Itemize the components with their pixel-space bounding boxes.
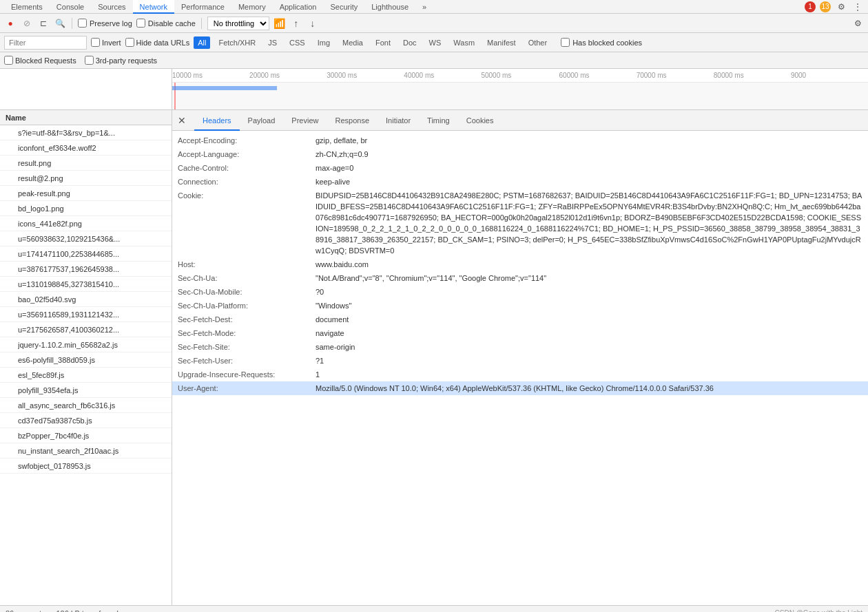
detail-tab-payload[interactable]: Payload: [240, 110, 284, 131]
name-row[interactable]: bao_02f5d40.svg: [0, 292, 172, 307]
name-row[interactable]: u=3569116589,1931121432...: [0, 307, 172, 322]
name-row[interactable]: jquery-1.10.2.min_65682a2.js: [0, 337, 172, 352]
disable-cache-input[interactable]: [136, 19, 145, 28]
detail-tab-timing[interactable]: Timing: [419, 110, 458, 131]
file-name: result@2.png: [18, 174, 169, 182]
has-blocked-input[interactable]: [561, 38, 570, 47]
name-row[interactable]: u=560938632,1029215436&...: [0, 231, 172, 246]
name-row[interactable]: polyfill_9354efa.js: [0, 383, 172, 398]
file-type-icon: [6, 370, 15, 380]
invert-input[interactable]: [91, 38, 100, 47]
tab-application[interactable]: Application: [273, 0, 324, 14]
detail-tab-preview[interactable]: Preview: [283, 110, 327, 131]
filter-doc[interactable]: Doc: [399, 36, 421, 49]
filter-media[interactable]: Media: [338, 36, 367, 49]
header-row: Host:www.baidu.com: [172, 257, 868, 271]
preserve-log-input[interactable]: [78, 19, 87, 28]
tab-performance[interactable]: Performance: [174, 0, 231, 14]
tab-memory[interactable]: Memory: [231, 0, 273, 14]
throttle-select[interactable]: No throttling Fast 3G Slow 3G Offline: [207, 17, 269, 30]
detail-tab-headers[interactable]: Headers: [194, 110, 240, 131]
filter-img[interactable]: Img: [313, 36, 334, 49]
name-panel: Name s?ie=utf-8&f=3&rsv_bp=1&...iconfont…: [0, 110, 172, 605]
tab-sources[interactable]: Sources: [91, 0, 132, 14]
third-party-checkbox[interactable]: 3rd-party requests: [85, 56, 157, 65]
hide-data-checkbox[interactable]: Hide data URLs: [125, 38, 190, 47]
disable-cache-checkbox[interactable]: Disable cache: [136, 19, 196, 28]
name-row[interactable]: esl_5fec89f.js: [0, 368, 172, 383]
header-value: "Windows": [316, 300, 862, 311]
name-row[interactable]: bd_logo1.png: [0, 201, 172, 216]
tab-network[interactable]: Network: [133, 0, 174, 14]
name-row[interactable]: u=1310198845,3273815410...: [0, 277, 172, 292]
file-type-icon: [6, 416, 15, 425]
filter-css[interactable]: CSS: [285, 36, 309, 49]
filter-ws[interactable]: WS: [425, 36, 446, 49]
name-row[interactable]: u=1741471100,2253844685...: [0, 246, 172, 262]
hide-data-input[interactable]: [125, 38, 134, 47]
preserve-log-checkbox[interactable]: Preserve log: [78, 19, 132, 28]
name-row[interactable]: result.png: [0, 156, 172, 171]
close-detail-button[interactable]: ✕: [175, 114, 189, 127]
upload-button[interactable]: ↑: [290, 17, 302, 30]
tab-more[interactable]: »: [415, 0, 433, 14]
invert-checkbox[interactable]: Invert: [91, 38, 121, 47]
name-panel-header: Name: [0, 110, 172, 125]
header-name: Accept-Language:: [178, 149, 316, 160]
tick-7: 80000 ms: [714, 72, 744, 79]
more-options-button[interactable]: ⋮: [851, 1, 864, 13]
tab-lighthouse[interactable]: Lighthouse: [364, 0, 415, 14]
blocked-bar: Blocked Requests 3rd-party requests: [0, 52, 868, 69]
devtools-settings-button[interactable]: ⚙: [851, 17, 864, 30]
filter-all[interactable]: All: [194, 36, 210, 49]
name-row[interactable]: u=2175626587,4100360212...: [0, 322, 172, 337]
name-row[interactable]: bzPopper_7bc4f0e.js: [0, 428, 172, 443]
tab-security[interactable]: Security: [323, 0, 364, 14]
tab-elements[interactable]: Elements: [4, 0, 50, 14]
name-row[interactable]: cd37ed75a9387c5b.js: [0, 413, 172, 428]
file-type-icon: [6, 325, 15, 335]
name-row[interactable]: icons_441e82f.png: [0, 216, 172, 231]
network-toolbar: ● ⊘ ⊏ 🔍 Preserve log Disable cache No th…: [0, 14, 868, 33]
name-row[interactable]: iconfont_ef3634e.woff2: [0, 140, 172, 156]
detail-tab-cookies[interactable]: Cookies: [458, 110, 502, 131]
name-row[interactable]: result@2.png: [0, 171, 172, 186]
tick-6: 70000 ms: [637, 72, 667, 79]
third-party-input[interactable]: [85, 56, 94, 65]
stop-button[interactable]: ⊘: [21, 17, 33, 30]
filter-js[interactable]: JS: [264, 36, 281, 49]
tab-console[interactable]: Console: [50, 0, 91, 14]
filter-wasm[interactable]: Wasm: [449, 36, 479, 49]
detail-tab-initiator[interactable]: Initiator: [378, 110, 419, 131]
detail-tab-response[interactable]: Response: [327, 110, 378, 131]
record-button[interactable]: ●: [4, 17, 17, 30]
header-value: gzip, deflate, br: [316, 135, 862, 146]
settings-button[interactable]: ⚙: [835, 1, 847, 13]
detail-tabs: ✕ Headers Payload Preview Response Initi…: [172, 110, 868, 131]
filter-manifest[interactable]: Manifest: [483, 36, 520, 49]
blocked-requests-input[interactable]: [4, 56, 13, 65]
blocked-requests-checkbox[interactable]: Blocked Requests: [4, 56, 76, 65]
filter-font[interactable]: Font: [371, 36, 395, 49]
download-button[interactable]: ↓: [307, 17, 319, 30]
requests-count: 86 requests: [6, 609, 45, 613]
filter-other[interactable]: Other: [524, 36, 552, 49]
tick-5: 60000 ms: [559, 72, 590, 79]
filter-button[interactable]: ⊏: [37, 17, 50, 30]
file-name: u=3569116589,1931121432...: [18, 310, 169, 319]
name-row[interactable]: es6-polyfill_388d059.js: [0, 352, 172, 368]
file-name: polyfill_9354efa.js: [18, 386, 169, 394]
name-row[interactable]: peak-result.png: [0, 186, 172, 201]
filter-input[interactable]: [4, 36, 87, 50]
filter-fetch-xhr[interactable]: Fetch/XHR: [214, 36, 260, 49]
name-row[interactable]: u=3876177537,1962645938...: [0, 262, 172, 277]
wifi-icon-button[interactable]: 📶: [273, 17, 286, 30]
name-row[interactable]: s?ie=utf-8&f=3&rsv_bp=1&...: [0, 125, 172, 140]
header-value: ?0: [316, 286, 862, 297]
name-row[interactable]: all_async_search_fb6c316.js: [0, 398, 172, 413]
header-name: Sec-Fetch-User:: [178, 355, 316, 366]
name-row[interactable]: swfobject_0178953.js: [0, 458, 172, 474]
file-name: u=560938632,1029215436&...: [18, 235, 169, 243]
search-button[interactable]: 🔍: [54, 17, 66, 30]
name-row[interactable]: nu_instant_search_2f10aac.js: [0, 443, 172, 458]
